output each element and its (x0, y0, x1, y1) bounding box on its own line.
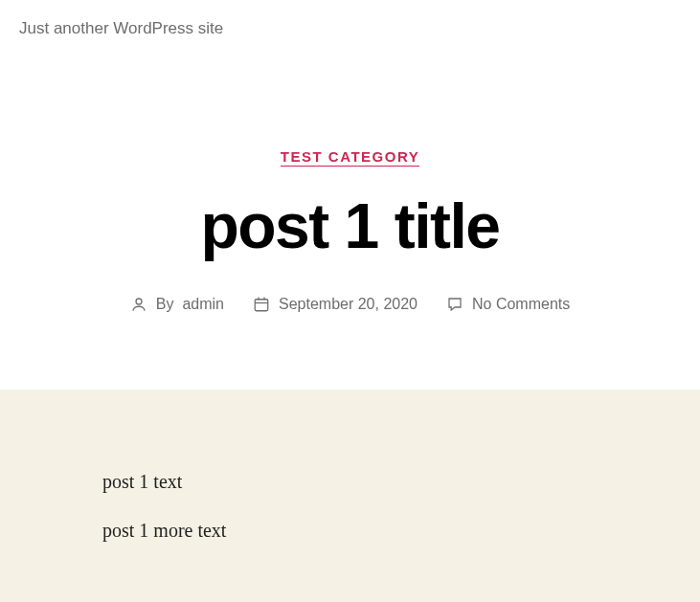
post-meta-row: By admin September 20, 2020 No Comments (0, 296, 700, 313)
post-content: post 1 text post 1 more text (0, 471, 700, 542)
comment-icon (446, 296, 463, 313)
category-link[interactable]: TEST CATEGORY (281, 148, 419, 167)
post-title: post 1 title (0, 194, 700, 257)
person-icon (130, 296, 147, 313)
comments-meta: No Comments (446, 296, 570, 313)
date-meta: September 20, 2020 (253, 296, 418, 313)
author-meta: By admin (130, 296, 224, 313)
author-by-label: By (156, 296, 174, 313)
calendar-icon (253, 296, 270, 313)
author-link[interactable]: admin (182, 296, 224, 313)
content-paragraph: post 1 text (102, 471, 700, 493)
post-content-section: post 1 text post 1 more text (0, 390, 700, 602)
comments-link[interactable]: No Comments (472, 296, 570, 313)
site-tagline: Just another WordPress site (0, 0, 700, 38)
svg-point-0 (136, 299, 142, 304)
content-paragraph: post 1 more text (102, 520, 700, 542)
post-header: TEST CATEGORY post 1 title By admin Sept… (0, 38, 700, 390)
date-link[interactable]: September 20, 2020 (279, 296, 418, 313)
svg-rect-1 (255, 300, 268, 311)
